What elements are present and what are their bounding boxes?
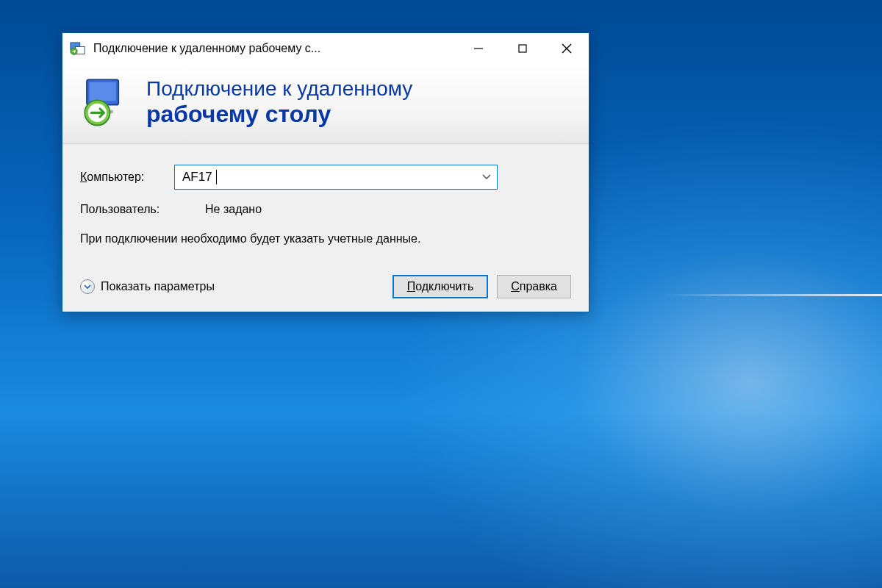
- rdp-window: Подключение к удаленному рабочему с...: [62, 32, 589, 312]
- dialog-body: Компьютер: Пользователь: Не задано При п…: [62, 144, 589, 312]
- show-options-label: Показать параметры: [101, 280, 215, 293]
- computer-label: Компьютер:: [80, 171, 174, 184]
- chevron-down-icon[interactable]: [476, 174, 497, 180]
- banner: Подключение к удаленному рабочему столу: [62, 64, 589, 144]
- banner-title-line2: рабочему столу: [146, 101, 412, 128]
- computer-row: Компьютер:: [80, 165, 571, 190]
- connect-button[interactable]: Подключить: [392, 275, 488, 298]
- user-label: Пользователь:: [80, 203, 205, 216]
- user-row: Пользователь: Не задано: [80, 203, 571, 216]
- help-button[interactable]: Справка: [497, 275, 571, 298]
- expand-down-icon: [80, 279, 95, 294]
- minimize-button[interactable]: [456, 33, 501, 64]
- computer-input[interactable]: [175, 165, 476, 189]
- svg-rect-8: [90, 82, 116, 101]
- banner-text: Подключение к удаленному рабочему столу: [146, 77, 412, 128]
- maximize-button[interactable]: [501, 33, 545, 64]
- app-icon: [70, 42, 86, 55]
- credentials-info: При подключении необходимо будет указать…: [80, 231, 571, 247]
- dialog-footer: Показать параметры Подключить Справка: [80, 269, 571, 298]
- window-title: Подключение к удаленному рабочему с...: [93, 42, 456, 55]
- banner-title-line1: Подключение к удаленному: [146, 77, 412, 101]
- rdp-icon: [80, 76, 133, 129]
- light-beam: [662, 294, 882, 296]
- close-button[interactable]: [545, 33, 589, 64]
- titlebar[interactable]: Подключение к удаленному рабочему с...: [62, 33, 589, 64]
- user-value: Не задано: [205, 203, 262, 216]
- show-options-toggle[interactable]: Показать параметры: [80, 279, 215, 294]
- computer-combobox[interactable]: [174, 165, 498, 190]
- window-controls: [456, 33, 589, 64]
- svg-rect-4: [519, 45, 526, 52]
- text-caret: [216, 170, 217, 184]
